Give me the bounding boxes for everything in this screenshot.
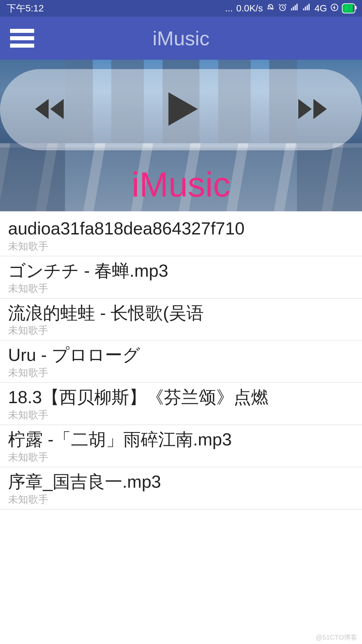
play-button[interactable] [156,84,206,136]
song-title: ゴンチチ - 春蝉.mp3 [8,261,354,281]
song-artist: 未知歌手 [8,450,354,464]
song-title: Uru - プロローグ [8,345,354,365]
song-artist: 未知歌手 [8,282,354,296]
song-artist: 未知歌手 [8,324,354,337]
previous-button[interactable] [30,89,70,130]
list-item[interactable]: 序章_国吉良一.mp3 未知歌手 [0,467,362,509]
song-title: audioa31fa818dea864327f710 [8,219,354,239]
song-title: 18.3【西贝柳斯】《芬兰颂》点燃 [8,387,354,408]
song-title: 流浪的蛙蛙 - 长恨歌(吴语 [8,303,354,323]
song-artist: 未知歌手 [8,408,354,422]
status-dots: ... [225,3,233,14]
next-button[interactable] [292,89,332,130]
song-artist: 未知歌手 [8,366,354,380]
list-item[interactable]: Uru - プロローグ 未知歌手 [0,340,362,383]
list-item[interactable]: audioa31fa818dea864327f710 未知歌手 [0,211,362,256]
song-title: 柠露 -「二胡」雨碎江南.mp3 [8,430,354,450]
song-list: audioa31fa818dea864327f710 未知歌手 ゴンチチ - 春… [0,211,362,509]
status-speed: 0.0K/s [236,3,263,14]
alarm-icon [278,3,287,14]
list-item[interactable]: 柠露 -「二胡」雨碎江南.mp3 未知歌手 [0,425,362,467]
app-bar: iMusic [0,17,362,60]
song-artist: 未知歌手 [8,493,354,506]
song-title: 序章_国吉良一.mp3 [8,472,354,492]
network-label: 4G [314,3,327,14]
mute-icon [266,3,275,14]
battery-icon: 87 [342,3,355,13]
status-time: 下午5:12 [7,2,44,15]
app-title: iMusic [153,27,209,50]
song-artist: 未知歌手 [8,239,354,253]
status-bar: 下午5:12 ... 0.0K/s 4G 87 [0,0,362,17]
signal-icon-2 [302,3,311,14]
menu-button[interactable] [10,29,34,48]
hero-banner: iMusic [0,60,362,211]
player-controls [0,69,362,150]
list-item[interactable]: 18.3【西贝柳斯】《芬兰颂》点燃 未知歌手 [0,383,362,425]
hero-brand-text: iMusic [132,165,231,205]
watermark-text: @51CTO博客 [316,633,357,642]
signal-icon [290,3,299,14]
charging-icon [330,3,339,14]
list-item[interactable]: ゴンチチ - 春蝉.mp3 未知歌手 [0,256,362,299]
list-item[interactable]: 流浪的蛙蛙 - 长恨歌(吴语 未知歌手 [0,299,362,341]
